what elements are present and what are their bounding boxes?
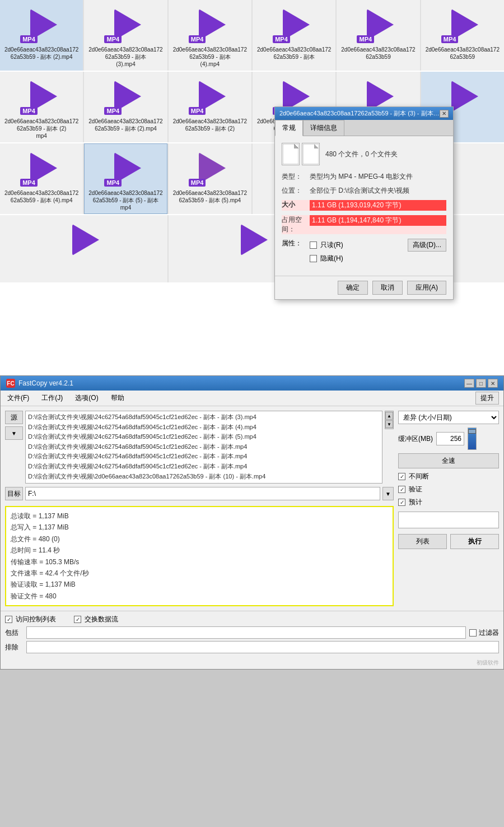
file-item[interactable]: MP4 2d0e66aeac43a823c08aa17262a53b59 - 副… bbox=[253, 0, 335, 71]
file-item[interactable]: MP4 2d0e66aeac43a823c08aa17262a53b59 - 副… bbox=[169, 72, 251, 142]
watermark-text: 初级软件 bbox=[477, 659, 499, 666]
verify-checkbox[interactable]: ✓ bbox=[398, 486, 405, 493]
file-doc-icon2 bbox=[302, 143, 320, 165]
file-item[interactable]: MP4 2d0e66aeac43a823c08aa17262a53b59 - 副… bbox=[84, 0, 167, 71]
file-name: 2d0e66aeac43a823c08aa17262a53b59 - 副本 (2… bbox=[4, 118, 78, 140]
hidden-checkbox[interactable] bbox=[310, 255, 317, 262]
ok-button[interactable]: 确定 bbox=[338, 281, 368, 295]
target-dropdown-button[interactable]: ▼ bbox=[382, 487, 394, 500]
fc-close-button[interactable]: ✕ bbox=[488, 379, 498, 388]
hidden-row: 隐藏(H) bbox=[310, 254, 446, 263]
readonly-label: 只读(R) bbox=[320, 240, 343, 250]
fc-maximize-button[interactable]: □ bbox=[476, 379, 486, 388]
target-input[interactable]: F:\ bbox=[25, 487, 380, 500]
fc-minimize-button[interactable]: — bbox=[464, 379, 474, 388]
file-name: 2d0e66aeac43a823c08aa17262a53b59 - 副本 (2… bbox=[173, 118, 247, 132]
file-name: 2d0e66aeac43a823c08aa17262a53b59 - 副本 (2… bbox=[88, 118, 162, 132]
fc-bottom-section: ✓ 访问控制列表 ✓ 交换数据流 包括 过滤器 排除 bbox=[1, 611, 503, 657]
stat-total-time: 总时间 = 11.4 秒 bbox=[11, 545, 388, 556]
mp4-icon: MP4 bbox=[103, 148, 148, 188]
file-name: 2d0e66aeac43a823c08aa17262a53b59 - 副本 (5… bbox=[88, 189, 162, 211]
exclude-label: 排除 bbox=[5, 643, 23, 652]
file-item[interactable] bbox=[0, 215, 167, 282]
mp4-badge: MP4 bbox=[104, 179, 122, 187]
mp4-badge: MP4 bbox=[20, 179, 38, 187]
source-file-item: D:\综合测试文件夹\视频\24c62754a68dfaf59045c1cf21… bbox=[28, 452, 380, 462]
buffer-slider[interactable] bbox=[468, 428, 477, 450]
play-triangle-icon bbox=[241, 224, 268, 255]
estimate-label: 预计 bbox=[409, 498, 422, 507]
tab-general[interactable]: 常规 bbox=[275, 120, 303, 136]
file-item[interactable]: MP4 2d0e66aeac43a823c08aa17262a53b59 - 副… bbox=[84, 143, 167, 214]
exchange-stream-label: 交换数据流 bbox=[85, 615, 118, 624]
source-file-item: D:\综合测试文件夹\视频\24c62754a68dfaf59045c1cf21… bbox=[28, 412, 380, 422]
source-input[interactable]: D:\综合测试文件夹\视频\24c62754a68dfaf59045c1cf21… bbox=[25, 411, 382, 484]
access-control-checkbox[interactable]: ✓ bbox=[5, 616, 12, 623]
continuous-checkbox[interactable]: ✓ bbox=[398, 473, 405, 480]
file-item[interactable]: MP4 2d0e66aeac43a823c08aa17262a53b59 bbox=[421, 0, 504, 71]
apply-button[interactable]: 应用(A) bbox=[407, 281, 446, 295]
dialog-file-icon-row: 480 个文件，0 个文件夹 bbox=[282, 143, 446, 165]
cancel-button[interactable]: 取消 bbox=[372, 281, 403, 295]
upgrade-button[interactable]: 提升 bbox=[475, 392, 499, 405]
readonly-checkbox[interactable] bbox=[310, 241, 317, 249]
include-input[interactable] bbox=[26, 626, 466, 639]
advanced-button[interactable]: 高级(D)... bbox=[408, 239, 446, 252]
source-scrollbar[interactable]: ▲ ▼ bbox=[385, 411, 394, 429]
progress-bar bbox=[398, 512, 499, 528]
exclude-row: 排除 bbox=[5, 641, 499, 653]
menu-job[interactable]: 工作(J) bbox=[39, 392, 65, 404]
file-item[interactable]: MP4 2d0e66aeac43a823c08aa172 62a53b59 - … bbox=[0, 0, 83, 71]
buffer-row: 缓冲区(MB) bbox=[398, 428, 499, 450]
stat-verify-read: 验证读取 = 1,137 MiB bbox=[11, 579, 388, 590]
exchange-stream-checkbox[interactable]: ✓ bbox=[74, 616, 81, 623]
minimize-button[interactable]: ✕ bbox=[440, 110, 449, 118]
properties-dialog: 2d0e66aeac43a823c08aa17262a53b59 - 副本 (3… bbox=[274, 106, 454, 300]
source-file-item: D:\综合测试文件夹\视频\2d0e66aeac43a823c08aa17262… bbox=[28, 481, 380, 484]
source-file-item: D:\综合测试文件夹\视频\2d0e66aeac43a823c08aa17262… bbox=[28, 472, 380, 482]
mp4-badge: MP4 bbox=[20, 107, 38, 115]
file-name: 2d0e66aeac43a823c08aa17262a53b59 - 副本 (5… bbox=[173, 189, 247, 204]
play-triangle-icon bbox=[451, 81, 478, 112]
file-item[interactable]: MP4 2d0e66aeac43a823c08aa17262a53b59 - 副… bbox=[169, 143, 251, 214]
execute-button[interactable]: 执行 bbox=[450, 534, 499, 549]
menu-options[interactable]: 选项(O) bbox=[73, 392, 100, 404]
mode-select[interactable]: 差异 (大小/日期) bbox=[398, 411, 499, 424]
buffer-input[interactable] bbox=[436, 432, 464, 445]
fastcopy-window: FC FastCopy ver4.2.1 — □ ✕ 文件(F) 工作(J) 选… bbox=[0, 375, 504, 670]
size-row: 大小 1.11 GB (1,193,019,420 字节) bbox=[282, 200, 446, 211]
estimate-checkbox[interactable]: ✓ bbox=[398, 499, 405, 506]
fc-title-left: FC FastCopy ver4.2.1 bbox=[6, 379, 73, 388]
file-item[interactable]: MP4 2d0e66aeac43a823c08aa17262a53b59 - 副… bbox=[84, 72, 167, 142]
dialog-content: 480 个文件，0 个文件夹 类型： 类型均为 MP4 - MPEG-4 电影文… bbox=[275, 136, 453, 276]
include-label: 包括 bbox=[5, 628, 23, 638]
file-grid-row1: MP4 2d0e66aeac43a823c08aa172 62a53b59 - … bbox=[0, 0, 504, 71]
exclude-input[interactable] bbox=[26, 641, 499, 653]
type-label: 类型： bbox=[282, 172, 310, 182]
file-item[interactable]: MP4 2d0e66aeac43a823c08aa17262a53b59 - 副… bbox=[169, 0, 251, 71]
access-control-row: ✓ 访问控制列表 ✓ 交换数据流 bbox=[5, 615, 499, 624]
mp4-icon: MP4 bbox=[103, 77, 148, 116]
file-item[interactable]: MP4 2d0e66aeac43a823c08aa17262a53b59 - 副… bbox=[0, 143, 83, 214]
source-file-item: D:\综合测试文件夹\视频\24c62754a68dfaf59045c1cf21… bbox=[28, 422, 380, 433]
file-item[interactable]: MP4 2d0e66aeac43a823c08aa17262a53b59 bbox=[337, 0, 419, 71]
disk-label: 占用空间： bbox=[282, 215, 310, 234]
file-item[interactable]: MP4 2d0e66aeac43a823c08aa17262a53b59 - 副… bbox=[0, 72, 83, 142]
mode-dropdown-row: 差异 (大小/日期) bbox=[398, 411, 499, 424]
tab-details[interactable]: 详细信息 bbox=[303, 120, 344, 136]
filter-checkbox[interactable] bbox=[469, 629, 477, 636]
fc-menubar: 文件(F) 工作(J) 选项(O) 帮助 提升 bbox=[1, 391, 503, 406]
source-arrow-button[interactable]: ▼ bbox=[5, 426, 23, 440]
buffer-slider-thumb bbox=[468, 429, 476, 434]
target-label[interactable]: 目标 bbox=[5, 487, 23, 500]
menu-help[interactable]: 帮助 bbox=[109, 392, 127, 404]
source-file-item: D:\综合测试文件夹\视频\24c62754a68dfaf59045c1cf21… bbox=[28, 432, 380, 442]
action-buttons: 列表 执行 bbox=[398, 534, 499, 549]
full-speed-button[interactable]: 全速 bbox=[398, 453, 499, 468]
dialog-tabs: 常规 详细信息 bbox=[275, 120, 453, 136]
menu-file[interactable]: 文件(F) bbox=[5, 392, 31, 404]
list-button[interactable]: 列表 bbox=[398, 534, 447, 549]
mp4-icon bbox=[230, 220, 274, 259]
fc-main-area: 源 ▼ D:\综合测试文件夹\视频\24c62754a68dfaf59045c1… bbox=[1, 406, 503, 611]
source-label[interactable]: 源 bbox=[5, 411, 23, 424]
